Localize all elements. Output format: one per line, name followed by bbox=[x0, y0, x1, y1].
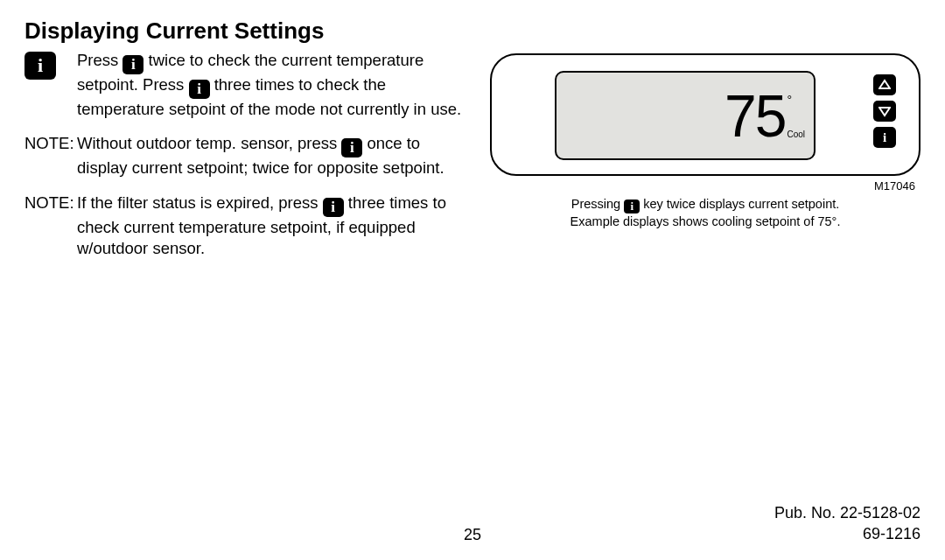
info-button[interactable]: i bbox=[873, 127, 896, 148]
mode-label: Cool bbox=[787, 130, 805, 139]
note-label: NOTE: bbox=[24, 133, 77, 178]
up-button[interactable] bbox=[873, 74, 896, 95]
figure-caption: Pressing i key twice displays current se… bbox=[490, 196, 920, 230]
info-icon: i bbox=[341, 138, 362, 158]
page-number: 25 bbox=[464, 526, 481, 544]
chevron-down-icon bbox=[878, 105, 891, 117]
publication-number: Pub. No. 22-5128-02 bbox=[774, 503, 920, 523]
section-heading: Displaying Current Settings bbox=[24, 18, 920, 45]
chevron-up-icon bbox=[878, 79, 891, 91]
info-icon: i bbox=[24, 52, 56, 80]
svg-marker-1 bbox=[879, 108, 890, 116]
degree-symbol: ° bbox=[787, 94, 792, 106]
page-footer: 25 Pub. No. 22-5128-02 69-1216 bbox=[24, 503, 920, 544]
intro-paragraph: i Press i twice to check the current tem… bbox=[24, 50, 471, 119]
info-icon: i bbox=[122, 55, 144, 74]
info-icon: i bbox=[323, 198, 344, 217]
info-icon: i bbox=[189, 80, 210, 99]
svg-marker-0 bbox=[879, 80, 890, 88]
temperature-readout: 75 bbox=[724, 85, 785, 145]
instruction-body: i Press i twice to check the current tem… bbox=[24, 50, 471, 272]
document-code: 69-1216 bbox=[774, 524, 920, 544]
note-2: NOTE: If the filter status is expired, p… bbox=[24, 192, 471, 258]
thermostat-illustration: 75 ° Cool i bbox=[490, 53, 920, 176]
lcd-screen: 75 ° Cool bbox=[555, 71, 816, 160]
down-button[interactable] bbox=[873, 101, 896, 122]
note-1: NOTE: Without outdoor temp. sensor, pres… bbox=[24, 133, 471, 178]
info-icon: i bbox=[624, 200, 640, 214]
figure-id: M17046 bbox=[490, 179, 920, 192]
info-icon: i bbox=[883, 130, 886, 145]
note-label: NOTE: bbox=[24, 192, 77, 258]
